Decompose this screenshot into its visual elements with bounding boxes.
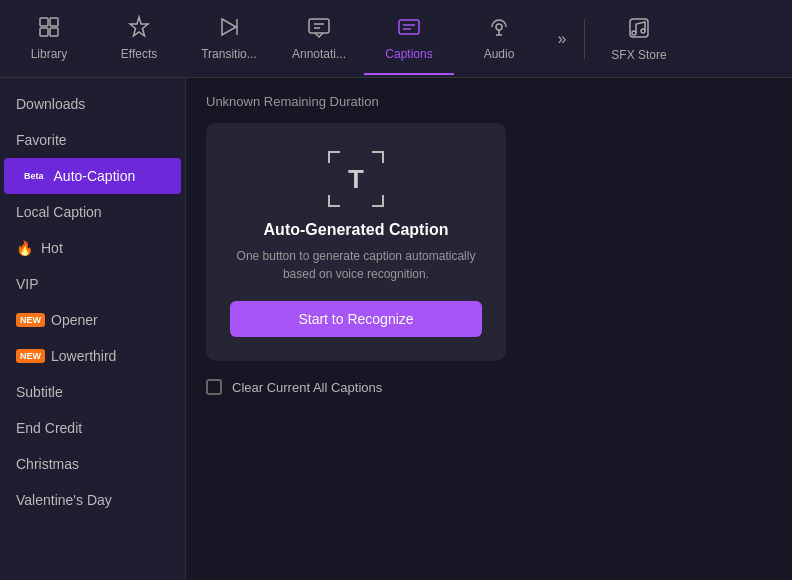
nav-captions[interactable]: Captions: [364, 3, 454, 75]
svg-rect-2: [40, 28, 48, 36]
svg-point-17: [641, 29, 645, 33]
auto-caption-card: T Auto-Generated Caption One button to g…: [206, 123, 506, 361]
local-caption-label: Local Caption: [16, 204, 102, 220]
nav-sfx-label: SFX Store: [611, 48, 666, 62]
card-title: Auto-Generated Caption: [264, 221, 449, 239]
sidebar-item-lowerthird[interactable]: NEW Lowerthird: [0, 338, 185, 374]
transition-icon: [217, 15, 241, 43]
svg-marker-4: [222, 19, 236, 35]
nav-more-button[interactable]: »: [544, 3, 580, 75]
nav-divider: [584, 19, 585, 59]
christmas-label: Christmas: [16, 456, 79, 472]
nav-effects[interactable]: Effects: [94, 3, 184, 75]
sidebar-item-favorite[interactable]: Favorite: [0, 122, 185, 158]
vip-label: VIP: [16, 276, 39, 292]
downloads-label: Downloads: [16, 96, 85, 112]
svg-rect-9: [399, 20, 419, 34]
audio-icon: [487, 15, 511, 43]
nav-annotations-label: Annotati...: [292, 47, 346, 61]
svg-rect-1: [50, 18, 58, 26]
t-icon: T: [348, 164, 364, 195]
sidebar-item-auto-caption[interactable]: Beta Auto-Caption: [4, 158, 181, 194]
sidebar-item-hot[interactable]: 🔥 Hot: [0, 230, 185, 266]
sidebar-item-local-caption[interactable]: Local Caption: [0, 194, 185, 230]
svg-rect-3: [50, 28, 58, 36]
sidebar-item-opener[interactable]: NEW Opener: [0, 302, 185, 338]
end-credit-label: End Credit: [16, 420, 82, 436]
caption-card-icon-box: T: [328, 151, 384, 207]
fire-icon: 🔥: [16, 240, 33, 256]
hot-label: Hot: [41, 240, 63, 256]
sidebar-item-valentines[interactable]: Valentine's Day: [0, 482, 185, 518]
sfx-icon: [627, 16, 651, 44]
nav-audio[interactable]: Audio: [454, 3, 544, 75]
main-layout: Downloads Favorite Beta Auto-Caption Loc…: [0, 78, 792, 580]
subtitle-label: Subtitle: [16, 384, 63, 400]
favorite-label: Favorite: [16, 132, 67, 148]
svg-rect-0: [40, 18, 48, 26]
new-badge-opener: NEW: [16, 313, 45, 328]
remaining-duration: Unknown Remaining Duration: [206, 94, 772, 109]
svg-point-12: [496, 24, 502, 30]
clear-captions-row[interactable]: Clear Current All Captions: [206, 379, 772, 395]
new-badge-lowerthird: NEW: [16, 349, 45, 364]
nav-sfx[interactable]: SFX Store: [589, 3, 689, 75]
top-nav: Library Effects Transitio... Ann: [0, 0, 792, 78]
corner-br: [372, 195, 384, 207]
nav-transitions[interactable]: Transitio...: [184, 3, 274, 75]
valentines-label: Valentine's Day: [16, 492, 112, 508]
effects-icon: [127, 15, 151, 43]
start-recognize-button[interactable]: Start to Recognize: [230, 301, 482, 337]
clear-captions-checkbox[interactable]: [206, 379, 222, 395]
layers-icon: [37, 15, 61, 43]
annotation-icon: [307, 15, 331, 43]
sidebar-item-vip[interactable]: VIP: [0, 266, 185, 302]
sidebar-item-end-credit[interactable]: End Credit: [0, 410, 185, 446]
sidebar: Downloads Favorite Beta Auto-Caption Loc…: [0, 78, 186, 580]
nav-library-label: Library: [31, 47, 68, 61]
sidebar-item-downloads[interactable]: Downloads: [0, 86, 185, 122]
auto-caption-label: Auto-Caption: [54, 168, 136, 184]
nav-effects-label: Effects: [121, 47, 157, 61]
content-area: Unknown Remaining Duration T Auto-Genera…: [186, 78, 792, 580]
sidebar-item-christmas[interactable]: Christmas: [0, 446, 185, 482]
corner-bl: [328, 195, 340, 207]
beta-badge: Beta: [20, 169, 48, 184]
caption-icon: [397, 15, 421, 43]
card-description: One button to generate caption automatic…: [230, 247, 482, 283]
nav-transitions-label: Transitio...: [201, 47, 257, 61]
corner-tr: [372, 151, 384, 163]
nav-captions-label: Captions: [385, 47, 432, 61]
lowerthird-label: Lowerthird: [51, 348, 116, 364]
svg-point-16: [632, 31, 636, 35]
nav-annotations[interactable]: Annotati...: [274, 3, 364, 75]
sidebar-item-subtitle[interactable]: Subtitle: [0, 374, 185, 410]
nav-audio-label: Audio: [484, 47, 515, 61]
nav-library[interactable]: Library: [4, 3, 94, 75]
corner-tl: [328, 151, 340, 163]
opener-label: Opener: [51, 312, 98, 328]
caption-card-icon-wrap: T: [328, 151, 384, 207]
svg-rect-6: [309, 19, 329, 33]
clear-captions-label: Clear Current All Captions: [232, 380, 382, 395]
chevron-right-icon: »: [558, 30, 567, 48]
